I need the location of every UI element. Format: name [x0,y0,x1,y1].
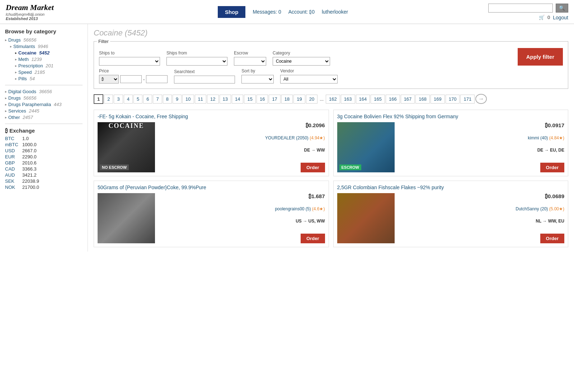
sidebar-item-drugs2[interactable]: ▸ Drugs 56656 [5,95,83,101]
product-title[interactable]: -FE- 5g Kokain - Cocaine, Free Shipping [98,114,325,119]
price-min-input[interactable] [120,75,142,83]
product-vendor[interactable]: kimmi (40) (4.84★) [528,135,564,140]
page-num[interactable]: 166 [386,95,400,104]
price-currency-select[interactable]: ₿ [99,75,119,83]
account-link[interactable]: Account: ₿0 [288,9,315,15]
page-num[interactable]: 18 [281,95,293,104]
exchange-currency[interactable]: mBTC [5,142,19,147]
sidebar-link-drugs-para[interactable]: Drugs Paraphernalia [8,102,51,107]
messages-link[interactable]: Messages: 0 [253,9,281,15]
product-vendor[interactable]: poolengrains00 (5) (4.6★) [275,206,325,211]
page-num[interactable]: 14 [232,95,243,104]
product-image: COCAINE NO ESCROW [98,122,155,172]
sidebar-link-prescription[interactable]: Prescription [18,63,43,68]
shop-button[interactable]: Shop [218,6,246,18]
username-link[interactable]: lutherlooker [322,9,348,15]
arrow-icon: ▸ [5,102,7,106]
page-num[interactable]: 17 [269,95,280,104]
sidebar-link-drugs[interactable]: Drugs [8,37,21,43]
order-button[interactable]: Order [301,234,325,243]
escrow-select[interactable] [234,57,266,66]
page-num[interactable]: 9 [173,95,182,104]
exchange-row: USD2667.0 [5,148,83,153]
page-num[interactable]: 1 [94,94,103,104]
sidebar-item-cocaine[interactable]: ▸ Cocaine 5452 [5,50,83,56]
product-title[interactable]: 50Grams of {Peruvian Powder}Coke, 99.9%P… [98,185,325,190]
pagination-next-button[interactable]: → [475,94,487,104]
product-title[interactable]: 2,5GR Colombian Fishscale Flakes ~92% pu… [337,185,565,190]
sidebar-link-services[interactable]: Services [8,108,26,114]
sidebar-link-other[interactable]: Other [8,115,20,120]
sidebar-item-stimulants[interactable]: ▸ Stimulants 9946 [5,44,83,49]
exchange-currency[interactable]: BTC [5,136,19,141]
sidebar-link-pills[interactable]: Pills [18,76,27,81]
sort-by-select[interactable] [241,75,274,83]
page-num[interactable]: 165 [371,95,385,104]
exchange-currency[interactable]: USD [5,148,19,153]
sidebar-item-pills[interactable]: ▸ Pills 54 [5,76,83,81]
logout-link[interactable]: Logout [553,15,568,20]
page-num[interactable]: 16 [257,95,268,104]
ships-from-select[interactable] [166,57,227,66]
order-button[interactable]: Order [540,163,564,172]
sidebar-item-prescription[interactable]: ▸ Prescription 201 [5,63,83,68]
page-num[interactable]: 3 [114,95,123,104]
page-num[interactable]: 162 [326,95,340,104]
page-num[interactable]: 13 [220,95,231,104]
page-num[interactable]: 167 [401,95,415,104]
sidebar-item-drugs-para[interactable]: ▸ Drugs Paraphernalia 443 [5,102,83,107]
page-num[interactable]: 8 [163,95,172,104]
page-num[interactable]: 4 [124,95,133,104]
page-num[interactable]: 12 [207,95,218,104]
order-button[interactable]: Order [540,234,564,243]
page-num[interactable]: 163 [341,95,355,104]
page-num[interactable]: 11 [195,95,206,104]
sidebar-item-digital-goods[interactable]: ▸ Digital Goods 36656 [5,89,83,94]
product-vendor[interactable]: YOURDEALER (2050) (4.94★) [265,135,325,140]
product-vendor[interactable]: DutchSanny (20) (5.00★) [516,206,564,211]
sidebar-link-speed[interactable]: Speed [18,70,32,75]
sidebar-item-speed[interactable]: ▸ Speed 2185 [5,70,83,75]
ships-to-select[interactable] [99,57,160,66]
page-num[interactable]: 170 [446,95,460,104]
page-num[interactable]: 169 [430,95,445,104]
page-num[interactable]: 7 [153,95,162,104]
order-button[interactable]: Order [301,163,325,172]
page-num[interactable]: 19 [293,95,305,104]
exchange-currency[interactable]: CAD [5,166,19,172]
sidebar-item-services[interactable]: ▸ Services 2445 [5,108,83,114]
page-num[interactable]: 2 [104,95,113,104]
search-button[interactable]: 🔍 [556,4,568,13]
page-num[interactable]: 6 [143,95,152,104]
product-shipping: DE → WW [304,148,325,153]
page-num[interactable]: 15 [244,95,255,104]
vendor-select[interactable]: All [280,75,338,83]
exchange-currency[interactable]: AUD [5,172,19,178]
exchange-currency[interactable]: NOK [5,185,19,190]
page-num[interactable]: 5 [133,95,142,104]
sidebar-item-drugs[interactable]: ▸ Drugs 56656 [5,37,83,43]
price-max-input[interactable] [146,75,168,83]
searchtext-input[interactable] [174,76,235,83]
apply-filter-button[interactable]: Apply filter [518,48,563,66]
arrow-icon: ▸ [10,44,12,48]
page-num[interactable]: 171 [460,95,475,104]
exchange-currency[interactable]: EUR [5,154,19,159]
exchange-currency[interactable]: GBP [5,160,19,166]
product-price: ₿0.0689 [545,193,564,199]
sidebar-link-drugs2[interactable]: Drugs [8,95,21,101]
page-num[interactable]: 20 [306,95,317,104]
sidebar-item-meth[interactable]: ▸ Meth 1239 [5,57,83,62]
page-num[interactable]: 10 [182,95,194,104]
category-select[interactable]: Cocaine [273,57,330,66]
search-input[interactable] [488,4,553,13]
sidebar-link-stimulants[interactable]: Stimulants [13,44,35,49]
sidebar-link-cocaine[interactable]: Cocaine [18,50,37,56]
exchange-currency[interactable]: SEK [5,178,19,184]
sidebar-link-digital-goods[interactable]: Digital Goods [8,89,36,94]
sidebar-link-meth[interactable]: Meth [18,57,29,62]
page-num[interactable]: 168 [415,95,430,104]
page-num[interactable]: 164 [356,95,370,104]
product-title[interactable]: 3g Cocaine Bolivien Flex 92% Shipping fr… [337,114,565,119]
sidebar-item-other[interactable]: ▸ Other 2457 [5,115,83,120]
